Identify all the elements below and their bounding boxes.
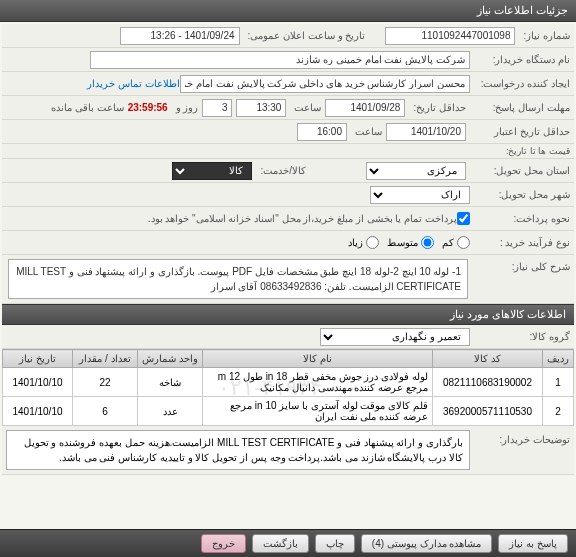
validity-sub-label: قیمت ها تا تاریخ: [470,146,570,156]
th-idx: ردیف [543,350,574,368]
payment-checkbox[interactable] [457,212,470,225]
th-name: نام کالا [203,350,433,368]
item-service-label: کالا/خدمت: [256,165,306,176]
cell-qty: 22 [73,368,138,397]
content-area: شماره نیاز: تاریخ و ساعت اعلان عمومی: نا… [0,22,576,529]
window: جزئیات اطلاعات نیاز شماره نیاز: تاریخ و … [0,0,576,557]
cell-date: 1401/10/10 [3,397,73,426]
cell-code: 0821110683190002 [433,368,543,397]
remain-label: ساعت باقی مانده [47,102,124,113]
cell-idx: 1 [543,368,574,397]
creator-label: ایجاد کننده درخواست: [470,78,570,89]
radio-med[interactable] [421,236,434,249]
need-no-input[interactable] [385,27,515,45]
th-qty: تعداد / مقدار [73,350,138,368]
radio-low[interactable] [457,236,470,249]
cell-code: 3692000571110530 [433,397,543,426]
desc-box: 1- لوله 10 اینچ 2-لوله 18 اینچ طبق مشخصا… [8,259,468,299]
buyer-label: نام دستگاه خریدار: [470,54,570,65]
group-label: گروه کالا: [470,331,570,342]
exit-button[interactable]: خروج [201,534,246,553]
process-radio-group: کم متوسط زیاد [348,236,470,249]
city-select[interactable]: اراک [370,186,470,204]
announce-input[interactable] [120,27,240,45]
table-header-row: ردیف کد کالا نام کالا واحد شمارش تعداد /… [3,350,574,368]
creator-input[interactable] [180,75,470,93]
group-select[interactable]: تعمیر و نگهداری [320,328,470,346]
deadline-time-input[interactable] [236,99,286,117]
cell-name: لوله فولادی درز جوش مخفی قطر 18 in طول 1… [203,368,433,397]
cell-unit: عدد [138,397,203,426]
send-label: مهلت ارسال پاسخ: [470,102,570,113]
window-title: جزئیات اطلاعات نیاز [477,4,568,17]
days-input[interactable] [202,99,232,117]
process-radio-med[interactable]: متوسط [387,236,434,249]
remarks-label: توضیحات خریدار: [470,430,570,445]
announce-label: تاریخ و ساعت اعلان عمومی: [244,30,366,41]
cell-idx: 2 [543,397,574,426]
deadline-label: حداقل تاریخ: [409,102,466,113]
process-label: نوع فرآیند خرید : [470,237,570,248]
delivery-province-label: استان محل تحویل: [470,165,570,176]
payment-note: پرداخت تمام یا بخشی از مبلغ خرید،از محل … [144,213,457,224]
form-section: شماره نیاز: تاریخ و ساعت اعلان عمومی: نا… [2,24,574,304]
respond-button[interactable]: پاسخ به نیاز [498,534,568,553]
items-section-header: اطلاعات کالاهای مورد نیاز [2,304,574,325]
cell-date: 1401/10/10 [3,368,73,397]
table-wrapper: ۰۲۱-۴۱۹۳۴۰۰۰ ردیف کد کالا نام کالا واحد … [2,349,574,426]
th-unit: واحد شمارش [138,350,203,368]
process-radio-high[interactable]: زیاد [348,236,379,249]
need-no-label: شماره نیاز: [519,30,570,41]
print-button[interactable]: چاپ [315,534,355,553]
attachments-button[interactable]: مشاهده مدارک پیوستی (4) [361,534,493,553]
remarks-box: بارگذاری و ارائه پیشنهاد فنی و MILL TEST… [6,430,470,470]
footer-toolbar: پاسخ به نیاز مشاهده مدارک پیوستی (4) چاپ… [0,529,576,557]
items-table: ردیف کد کالا نام کالا واحد شمارش تعداد /… [2,349,574,426]
process-radio-low[interactable]: کم [442,236,470,249]
cell-qty: 6 [73,397,138,426]
cell-name: قلم کالای موقت لوله آستری با سایز 10 in … [203,397,433,426]
city-label: شهر محل تحویل: [470,189,570,200]
item-service-select[interactable]: کالا [172,162,252,180]
days-label: روز و [172,102,199,113]
countdown-timer: 23:59:56 [128,102,168,113]
desc-label: شرح کلی نیاز: [470,257,570,272]
province-select[interactable]: مرکزی [366,162,466,180]
deadline-date-input[interactable] [325,99,405,117]
buyer-input[interactable] [90,51,470,69]
titlebar: جزئیات اطلاعات نیاز [0,0,576,22]
back-button[interactable]: بازگشت [252,534,309,553]
table-row[interactable]: 1 0821110683190002 لوله فولادی درز جوش م… [3,368,574,397]
validity-time-input[interactable] [297,123,347,141]
cell-unit: شاخه [138,368,203,397]
radio-high[interactable] [366,236,379,249]
contact-link[interactable]: اطلاعات تماس خریدار [87,78,180,89]
th-code: کد کالا [433,350,543,368]
validity-label: حداقل تاریخ اعتبار [470,126,570,137]
deadline-time-label: ساعت [290,102,321,113]
payment-label: نحوه پرداخت: [470,213,570,224]
validity-time-label: ساعت [351,126,382,137]
th-date: تاریخ نیاز [3,350,73,368]
table-row[interactable]: 2 3692000571110530 قلم کالای موقت لوله آ… [3,397,574,426]
validity-date-input[interactable] [386,123,466,141]
